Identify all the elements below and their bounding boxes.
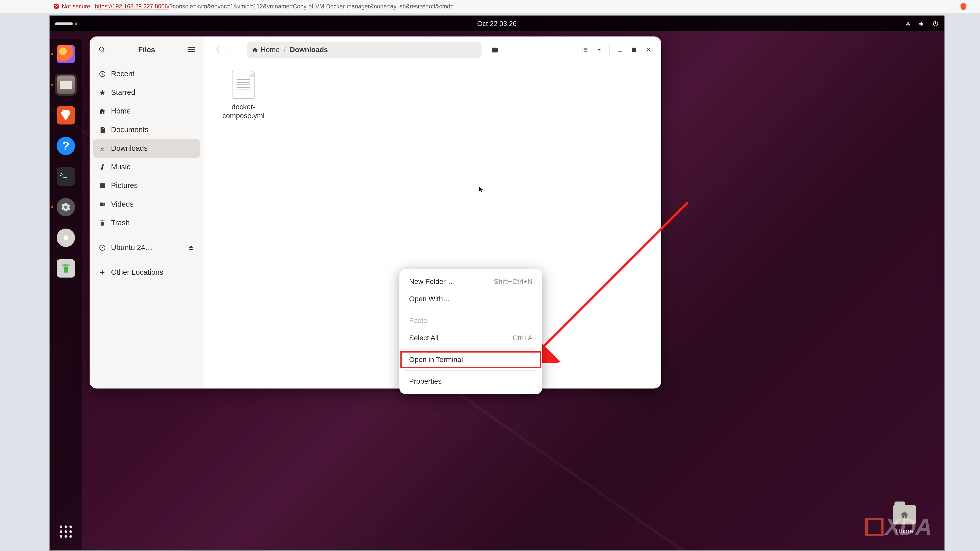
minimize-icon (616, 46, 624, 53)
file-item[interactable]: docker-compose.yml (219, 71, 268, 120)
close-button[interactable] (642, 43, 655, 56)
menu-open-terminal[interactable]: Open in Terminal (401, 351, 541, 368)
sidebar-item-label: Trash (111, 219, 130, 227)
breadcrumb[interactable]: Home / Downloads ⋮ (247, 41, 482, 58)
minimize-button[interactable] (613, 43, 627, 56)
sidebar-item-downloads[interactable]: Downloads (93, 139, 200, 158)
firefox-icon (57, 45, 75, 63)
doc-icon (99, 126, 106, 133)
search-icon (491, 46, 498, 53)
dock-help[interactable]: ? (55, 135, 77, 157)
svg-point-6 (102, 247, 103, 248)
trash-icon (57, 259, 75, 278)
trash-icon (99, 219, 106, 227)
path-menu-button[interactable]: ⋮ (472, 48, 476, 52)
dock-disc[interactable] (55, 227, 77, 249)
svg-rect-4 (188, 51, 195, 52)
dock-software[interactable] (55, 104, 77, 126)
breadcrumb-separator: / (284, 46, 286, 54)
context-menu: New Folder…Shift+Ctrl+N Open With… Paste… (399, 269, 542, 394)
brave-shield-icon[interactable] (959, 2, 968, 11)
files-icon (57, 76, 75, 94)
ubuntu-desktop[interactable]: Oct 22 03:26 ? >_ (50, 16, 944, 550)
dock-firefox[interactable] (55, 43, 77, 65)
sidebar-item-home[interactable]: Home (93, 102, 200, 121)
menu-open-with[interactable]: Open With… (401, 290, 541, 308)
not-secure-badge[interactable]: ✕ Not secure (54, 3, 90, 10)
sidebar-item-pictures[interactable]: Pictures (93, 176, 200, 195)
ubuntu-dock: ? >_ (50, 39, 82, 550)
list-icon (581, 46, 589, 53)
menu-properties[interactable]: Properties (401, 373, 541, 390)
url-host[interactable]: https://192.168.29.227:8006/ (95, 3, 169, 10)
not-secure-label: Not secure (62, 3, 90, 10)
dock-show-apps[interactable] (55, 521, 77, 543)
search-in-folder-button[interactable] (488, 43, 501, 56)
settings-icon (57, 198, 75, 216)
sidebar-item-label: Pictures (111, 181, 138, 190)
sidebar-item-other-locations[interactable]: Other Locations (93, 263, 200, 282)
dock-settings[interactable] (55, 196, 77, 218)
show-apps-icon (57, 522, 75, 541)
sidebar-item-label: Downloads (111, 144, 148, 152)
xda-watermark: XDA (865, 514, 931, 540)
menu-separator (404, 349, 537, 349)
clock-icon (99, 70, 106, 78)
sidebar-header: Files (89, 37, 204, 63)
eject-icon[interactable] (187, 244, 194, 251)
sidebar-item-music[interactable]: Music (93, 158, 200, 176)
search-button[interactable] (96, 44, 108, 56)
browser-address-bar: ✕ Not secure https://192.168.29.227:8006… (0, 0, 980, 13)
sidebar-item-label: Documents (111, 125, 148, 134)
view-list-button[interactable] (578, 43, 592, 56)
svg-point-0 (100, 47, 103, 51)
menu-select-all[interactable]: Select AllCtrl+A (401, 329, 541, 347)
menu-separator (404, 310, 537, 310)
star-icon (99, 89, 106, 96)
sidebar-list: Recent Starred Home Documents Downloads … (89, 63, 204, 389)
breadcrumb-home[interactable]: Home (252, 46, 280, 54)
power-icon[interactable] (932, 21, 939, 27)
gnome-topbar: Oct 22 03:26 (50, 16, 944, 32)
svg-rect-11 (632, 48, 636, 52)
sidebar-item-label: Recent (111, 70, 135, 78)
disc-icon (57, 229, 75, 247)
dock-files[interactable] (55, 74, 77, 96)
vm-viewport: ▸ Oct 22 03:26 ? >_ (49, 15, 945, 551)
sidebar-item-recent[interactable]: Recent (93, 65, 200, 83)
sidebar-item-label: Music (111, 163, 130, 171)
video-icon (99, 201, 106, 208)
sidebar-item-documents[interactable]: Documents (93, 121, 200, 139)
dock-terminal[interactable]: >_ (55, 165, 77, 187)
activities-dot (75, 22, 77, 25)
url-params[interactable]: ?console=kvm&novnc=1&vmid=112&vmname=Cop… (169, 3, 454, 10)
clock[interactable]: Oct 22 03:26 (477, 20, 517, 28)
breadcrumb-current[interactable]: Downloads (290, 46, 328, 54)
nav-back-button[interactable]: 〈 (210, 44, 222, 56)
file-label: docker-compose.yml (219, 102, 268, 120)
sidebar-item-starred[interactable]: Starred (93, 83, 200, 102)
svg-rect-3 (188, 49, 195, 50)
system-tray[interactable] (905, 21, 939, 27)
music-icon (99, 164, 106, 171)
maximize-button[interactable] (628, 43, 641, 56)
sidebar-title: Files (108, 46, 185, 54)
nav-forward-button: 〉 (225, 44, 238, 56)
mouse-cursor (479, 186, 484, 194)
menu-new-folder[interactable]: New Folder…Shift+Ctrl+N (401, 273, 541, 290)
sidebar-menu-button[interactable] (185, 44, 197, 56)
text-file-icon (232, 71, 255, 99)
sidebar-item-trash[interactable]: Trash (93, 213, 200, 232)
dock-trash[interactable] (55, 257, 77, 279)
menu-separator (404, 370, 537, 371)
not-secure-icon: ✕ (54, 3, 59, 9)
view-options-button[interactable] (593, 43, 606, 56)
sidebar-item-videos[interactable]: Videos (93, 195, 200, 213)
sidebar-item-label: Other Locations (111, 268, 163, 276)
sidebar-item-ubuntu-disc[interactable]: Ubuntu 24… (93, 238, 200, 257)
network-icon[interactable] (905, 21, 912, 27)
volume-icon[interactable] (918, 21, 925, 27)
activities-pill[interactable] (55, 22, 73, 25)
files-header: 〈 〉 Home / Downloads ⋮ (204, 37, 661, 63)
files-sidebar: Files Recent Starred Home Documents Down… (89, 37, 204, 389)
